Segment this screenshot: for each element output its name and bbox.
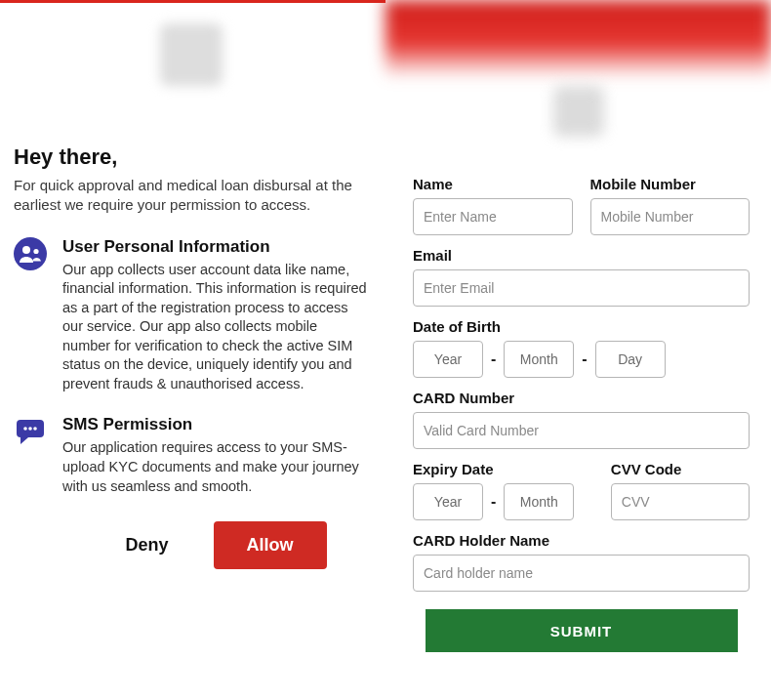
expiry-month-select[interactable]: Month [504, 483, 574, 520]
cvv-label: CVV Code [611, 461, 750, 477]
card-number-input[interactable] [413, 412, 750, 449]
dob-separator-1: - [491, 350, 496, 368]
form-logo-blurred [553, 86, 604, 137]
permission-section-sms: SMS Permission Our application requires … [14, 415, 368, 496]
svg-point-1 [22, 246, 30, 254]
name-field-group: Name [413, 176, 573, 235]
dob-field-group: Date of Birth Year - Month - Day [413, 318, 750, 378]
permission-user-info-body: Our app collects user account data like … [62, 261, 368, 394]
email-input[interactable] [413, 269, 750, 307]
permission-section-user-info: User Personal Information Our app collec… [14, 237, 368, 394]
header-banner-blurred [386, 0, 771, 78]
mobile-label: Mobile Number [590, 176, 751, 192]
card-holder-field-group: CARD Holder Name [413, 532, 750, 592]
expiry-label: Expiry Date [413, 461, 593, 477]
submit-button[interactable]: SUBMIT [426, 609, 738, 652]
cvv-field-group: CVV Code [611, 461, 750, 520]
svg-point-5 [28, 428, 32, 432]
expiry-separator: - [491, 493, 496, 511]
mobile-field-group: Mobile Number [590, 176, 751, 235]
permission-user-info-title: User Personal Information [62, 237, 368, 257]
details-form: Name Mobile Number Email Date of Birth Y… [413, 176, 750, 652]
top-accent-bar [0, 0, 386, 3]
card-number-label: CARD Number [413, 390, 750, 406]
email-field-group: Email [413, 247, 750, 307]
dob-month-select[interactable]: Month [504, 341, 574, 378]
dob-label: Date of Birth [413, 318, 750, 335]
dob-separator-2: - [582, 350, 587, 368]
card-number-field-group: CARD Number [413, 390, 750, 449]
name-input[interactable] [413, 198, 573, 235]
card-form-screen: Name Mobile Number Email Date of Birth Y… [386, 0, 771, 700]
name-label: Name [413, 176, 573, 192]
app-root: Hey there, For quick approval and medica… [0, 0, 771, 700]
svg-point-0 [14, 237, 47, 270]
dob-day-select[interactable]: Day [595, 341, 666, 378]
cvv-input[interactable] [611, 483, 750, 520]
app-logo-blurred [160, 23, 223, 86]
svg-point-4 [23, 428, 27, 432]
expiry-year-select[interactable]: Year [413, 483, 483, 520]
email-label: Email [413, 247, 750, 264]
permission-screen: Hey there, For quick approval and medica… [0, 0, 386, 700]
svg-point-2 [33, 248, 38, 253]
allow-button[interactable]: Allow [214, 521, 327, 569]
card-holder-input[interactable] [413, 555, 750, 592]
intro-text: For quick approval and medical loan disb… [14, 176, 368, 216]
user-group-icon [14, 237, 49, 394]
expiry-field-group: Expiry Date Year - Month [413, 461, 593, 520]
dob-year-select[interactable]: Year [413, 341, 483, 378]
permission-button-row: Deny Allow [72, 521, 368, 569]
svg-point-6 [33, 428, 37, 432]
greeting-heading: Hey there, [14, 144, 368, 170]
permission-sms-title: SMS Permission [62, 415, 368, 434]
permission-sms-body: Our application requires access to your … [62, 438, 368, 496]
card-holder-label: CARD Holder Name [413, 532, 750, 549]
deny-button[interactable]: Deny [113, 521, 180, 569]
mobile-input[interactable] [590, 198, 751, 235]
sms-icon [14, 415, 49, 496]
